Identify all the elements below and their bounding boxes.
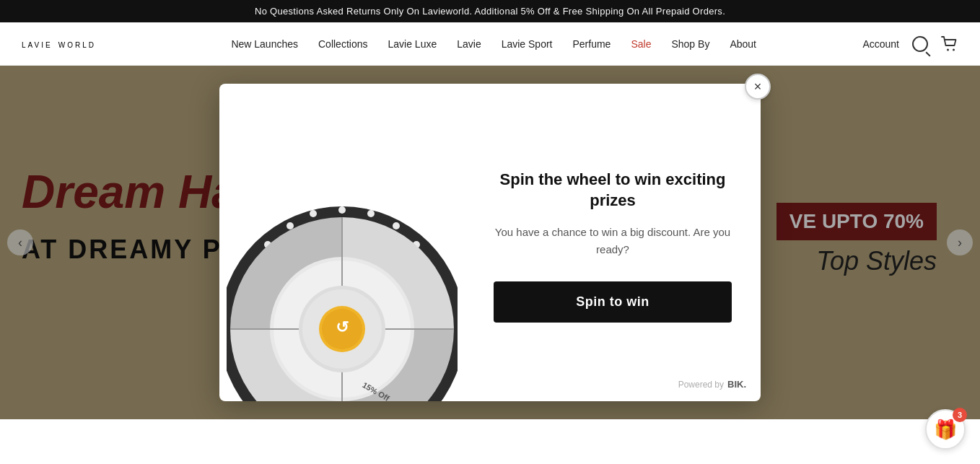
logo[interactable]: LAVIE WORLD — [22, 35, 96, 53]
nav-item-lavie[interactable]: Lavie — [457, 38, 481, 50]
gift-button[interactable]: 🎁 3 — [925, 409, 966, 450]
search-icon[interactable] — [912, 36, 928, 52]
modal-close-button[interactable]: × — [745, 74, 771, 100]
powered-by-text: Powered by — [678, 380, 724, 390]
nav-item-sale[interactable]: Sale — [631, 38, 651, 50]
cart-icon[interactable] — [941, 36, 958, 52]
main-nav: New Launches Collections Lavie Luxe Lavi… — [125, 38, 862, 50]
bik-logo: BIK. — [727, 379, 746, 390]
header-right: Account — [862, 36, 958, 52]
gift-badge: 3 — [953, 408, 967, 422]
spin-modal: × — [219, 84, 761, 401]
spin-wheel: ↺ 10% Off 15% Off — [227, 84, 458, 401]
account-link[interactable]: Account — [862, 38, 899, 50]
svg-point-1 — [953, 48, 955, 51]
svg-point-10 — [310, 210, 317, 217]
logo-sub: WORLD — [58, 40, 96, 48]
announcement-text: No Questions Asked Returns Only On Lavie… — [255, 6, 725, 17]
nav-item-lavie-sport[interactable]: Lavie Sport — [502, 38, 553, 50]
modal-subtitle: You have a chance to win a big discount.… — [494, 224, 732, 258]
spin-button[interactable]: Spin to win — [494, 281, 732, 323]
svg-point-4 — [367, 210, 375, 217]
svg-point-3 — [338, 206, 346, 214]
announcement-bar: No Questions Asked Returns Only On Lavie… — [0, 0, 980, 22]
nav-item-about[interactable]: About — [730, 38, 756, 50]
modal-title: Spin the wheel to win exciting prizes — [494, 170, 732, 211]
modal-right-content: Spin the wheel to win exciting prizes Yo… — [465, 84, 761, 401]
svg-point-0 — [947, 48, 949, 51]
gift-icon: 🎁 — [934, 419, 957, 441]
wheel-container: ↺ 10% Off 15% Off — [219, 84, 465, 401]
nav-item-collections[interactable]: Collections — [318, 38, 367, 50]
header: LAVIE WORLD New Launches Collections Lav… — [0, 22, 980, 66]
modal-footer: Powered by BIK. — [678, 379, 746, 390]
hero-section: Dream HaAT DREAMY P VE UPTO 70% Top Styl… — [0, 66, 980, 419]
nav-item-lavie-luxe[interactable]: Lavie Luxe — [388, 38, 437, 50]
nav-item-perfume[interactable]: Perfume — [573, 38, 611, 50]
nav-item-shop-by[interactable]: Shop By — [671, 38, 709, 50]
svg-text:↺: ↺ — [336, 318, 349, 336]
wheel-section: ↺ 10% Off 15% Off — [219, 84, 465, 401]
svg-point-5 — [393, 222, 400, 229]
nav-item-new-launches[interactable]: New Launches — [231, 38, 298, 50]
logo-main: LAVIE — [22, 40, 53, 48]
svg-point-11 — [286, 222, 294, 229]
